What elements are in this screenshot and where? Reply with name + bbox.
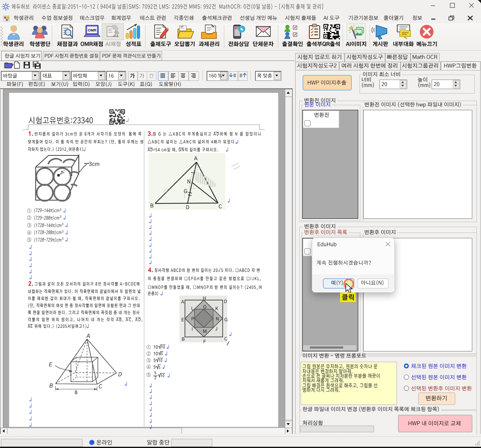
svg-text:OMR: OMR <box>87 28 96 32</box>
